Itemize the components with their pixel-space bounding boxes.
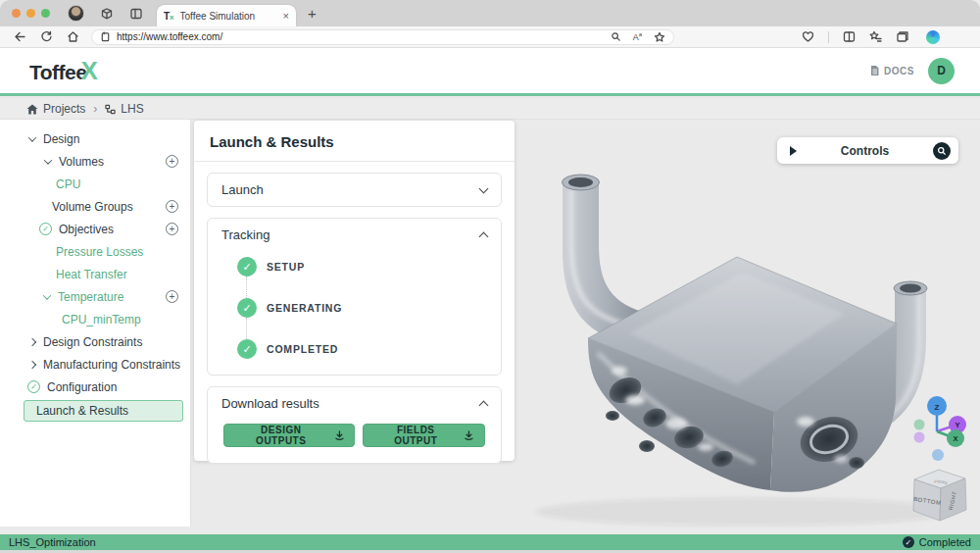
sidebar-item-design[interactable]: Design bbox=[0, 127, 190, 150]
axis-gizmo[interactable]: Z Y X bbox=[914, 396, 967, 461]
sidebar-item-temperature[interactable]: Temperature + bbox=[0, 285, 190, 308]
favorite-star-icon[interactable] bbox=[654, 31, 665, 43]
url-input[interactable]: https://www.toffeex.com/ Aa bbox=[91, 29, 674, 45]
tree-label: CPU bbox=[56, 177, 80, 191]
app-header: Toffee X DOCS D bbox=[0, 48, 980, 96]
chevron-down-icon[interactable] bbox=[28, 133, 36, 141]
toffeex-logo[interactable]: Toffee X bbox=[29, 56, 98, 86]
new-tab-button[interactable]: + bbox=[308, 5, 317, 22]
axis-z-label: Z bbox=[935, 403, 940, 412]
chevron-down-icon[interactable] bbox=[43, 291, 51, 299]
copilot-icon[interactable] bbox=[926, 30, 940, 44]
step-setup: ✓ SETUP bbox=[237, 257, 501, 276]
sidebar-item-manufacturing-constraints[interactable]: Manufacturing Constraints bbox=[0, 353, 190, 376]
sidebar-item-cpu-mintemp[interactable]: CPU_minTemp bbox=[0, 308, 190, 330]
tab-title: Toffee Simulation bbox=[180, 11, 277, 22]
controls-panel[interactable]: Controls bbox=[777, 137, 958, 164]
download-accordion-header[interactable]: Download results bbox=[208, 387, 501, 420]
window-close-button[interactable] bbox=[12, 9, 21, 18]
page-title: Launch & Results bbox=[194, 121, 514, 162]
axis-y-label: Y bbox=[955, 421, 959, 429]
view-cube[interactable]: BOTTOM RIGHT FRONT bbox=[913, 470, 966, 521]
fields-output-button[interactable]: FIELDS OUTPUT bbox=[363, 424, 485, 447]
sidebar-item-cpu[interactable]: CPU bbox=[0, 173, 190, 195]
axis-neg-y-ball[interactable] bbox=[914, 432, 925, 443]
fit-view-icon[interactable] bbox=[933, 142, 951, 160]
window-minimize-button[interactable] bbox=[26, 9, 35, 18]
workspaces-icon[interactable] bbox=[129, 7, 143, 21]
controls-label: Controls bbox=[797, 144, 933, 158]
check-circle-icon: ✓ bbox=[39, 223, 52, 235]
add-volume-group-icon[interactable]: + bbox=[166, 200, 178, 213]
sidebar-item-launch-results[interactable]: Launch & Results bbox=[24, 400, 183, 422]
extensions-icon[interactable] bbox=[100, 7, 114, 21]
sidebar-item-volume-groups[interactable]: Volume Groups + bbox=[0, 195, 190, 218]
tree-label: Design Constraints bbox=[43, 335, 142, 349]
breadcrumb-separator: › bbox=[93, 102, 97, 116]
tree-label: Objectives bbox=[59, 223, 114, 236]
sidebar-item-configuration[interactable]: ✓ Configuration bbox=[0, 376, 190, 398]
docs-link[interactable]: DOCS bbox=[869, 65, 914, 76]
chevron-down-icon bbox=[479, 183, 489, 193]
chevron-right-icon[interactable] bbox=[28, 337, 36, 345]
tab-close-icon[interactable]: × bbox=[283, 10, 289, 22]
download-icon bbox=[334, 430, 345, 441]
toffeex-favicon: Tx bbox=[164, 11, 174, 22]
axis-neg-x-ball[interactable] bbox=[914, 420, 925, 430]
breadcrumb: Projects › LHS bbox=[0, 99, 980, 120]
add-volume-icon[interactable]: + bbox=[166, 155, 178, 168]
add-temperature-icon[interactable]: + bbox=[166, 290, 178, 303]
chevron-right-icon[interactable] bbox=[28, 360, 36, 368]
sidebar-item-heat-transfer[interactable]: Heat Transfer bbox=[0, 263, 190, 285]
tree-label: Volumes bbox=[59, 155, 104, 169]
favorites-hub-icon[interactable] bbox=[869, 30, 882, 43]
browser-tab[interactable]: Tx Toffee Simulation × bbox=[157, 5, 296, 26]
3d-viewport[interactable]: Z Y X BOTTOM RIGHT FRONT Controls bbox=[0, 120, 980, 534]
launch-accordion-header[interactable]: Launch bbox=[208, 174, 501, 206]
sidebar-item-design-constraints[interactable]: Design Constraints bbox=[0, 330, 190, 353]
check-filled-icon: ✓ bbox=[237, 339, 257, 359]
split-screen-icon[interactable] bbox=[843, 30, 856, 43]
logo-x-mark: X bbox=[80, 56, 97, 86]
step-generating: ✓ GENERATING bbox=[237, 298, 501, 318]
breadcrumb-projects-label: Projects bbox=[43, 102, 85, 116]
chevron-down-icon[interactable] bbox=[44, 156, 52, 164]
sidebar-item-objectives[interactable]: ✓ Objectives + bbox=[0, 218, 190, 240]
tree-label: Heat Transfer bbox=[56, 268, 127, 281]
sidebar-item-pressure-losses[interactable]: Pressure Losses bbox=[0, 240, 190, 263]
breadcrumb-current[interactable]: LHS bbox=[105, 102, 143, 116]
chevron-up-icon bbox=[479, 231, 489, 241]
step-connector bbox=[246, 318, 501, 339]
axis-neg-z-ball[interactable] bbox=[932, 449, 944, 461]
url-text[interactable]: https://www.toffeex.com/ bbox=[117, 31, 611, 42]
back-icon[interactable] bbox=[14, 30, 26, 43]
user-avatar[interactable]: D bbox=[928, 58, 955, 84]
launch-label: Launch bbox=[221, 182, 264, 197]
home-icon[interactable] bbox=[67, 30, 79, 43]
browser-profile-avatar[interactable] bbox=[68, 5, 84, 22]
expand-controls-icon[interactable] bbox=[790, 146, 797, 156]
search-in-page-icon[interactable] bbox=[611, 31, 621, 42]
tree-label: Volume Groups bbox=[52, 200, 133, 214]
tree-label: CPU_minTemp bbox=[62, 313, 141, 327]
check-filled-icon: ✓ bbox=[237, 257, 257, 276]
step-label: GENERATING bbox=[267, 302, 342, 314]
sidebar-item-volumes[interactable]: Volumes + bbox=[0, 150, 190, 173]
tree-label: Launch & Results bbox=[36, 404, 128, 418]
collections-icon[interactable] bbox=[896, 30, 908, 43]
status-bar: LHS_Optimization ✓ Completed bbox=[0, 534, 980, 550]
add-objective-icon[interactable]: + bbox=[166, 223, 178, 235]
window-maximize-button[interactable] bbox=[41, 9, 50, 18]
breadcrumb-projects[interactable]: Projects bbox=[26, 102, 85, 116]
breadcrumb-current-label: LHS bbox=[121, 102, 143, 116]
3d-model[interactable] bbox=[536, 175, 957, 526]
page-lock-icon bbox=[100, 31, 111, 42]
launch-results-panel: Launch & Results Launch Tracking ✓ SETUP bbox=[194, 121, 514, 461]
tracking-accordion-header[interactable]: Tracking bbox=[208, 219, 501, 251]
browser-essentials-icon[interactable] bbox=[802, 30, 814, 43]
design-outputs-button[interactable]: DESIGN OUTPUTS bbox=[223, 424, 355, 447]
status-label: Completed bbox=[919, 536, 971, 548]
read-aloud-icon[interactable]: Aa bbox=[633, 31, 642, 42]
tracking-steps: ✓ SETUP ✓ GENERATING ✓ COMPLETED bbox=[208, 251, 501, 375]
refresh-icon[interactable] bbox=[40, 30, 53, 43]
